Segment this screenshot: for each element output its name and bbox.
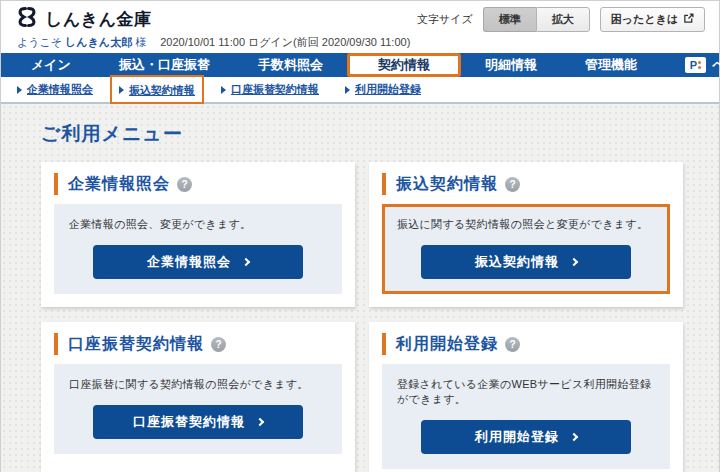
- nav-item-tesuryo-shokai[interactable]: 手数料照会: [234, 53, 347, 77]
- header-controls: 文字サイズ 標準 拡大 困ったときは: [417, 7, 705, 32]
- bank-logo-icon: [15, 6, 39, 32]
- card-title: 企業情報照会: [68, 174, 170, 195]
- global-nav: メイン 振込・口座振替 手数料照会 契約情報 明細情報 管理機能 P ペイジー: [1, 53, 719, 77]
- welcome-row: ようこそ しんきん太郎 様 2020/10/01 11:00 ログイン(前回 2…: [15, 32, 705, 53]
- nav-item-keiyaku-joho[interactable]: 契約情報: [347, 53, 461, 77]
- card-kigyo-joho-shokai: 企業情報照会 ? 企業情報の照会、変更ができます。 企業情報照会: [41, 162, 355, 307]
- arrow-right-icon: [221, 86, 226, 94]
- arrow-right-icon: [119, 86, 124, 94]
- subnav-highlight-box: 振込契約情報: [110, 75, 204, 104]
- help-icon[interactable]: ?: [177, 177, 192, 192]
- arrow-right-icon: [17, 86, 22, 94]
- card-panel: 企業情報の照会、変更ができます。 企業情報照会: [54, 204, 342, 294]
- subnav-link-kigyo-joho-shokai[interactable]: 企業情報照会: [17, 82, 93, 97]
- nav-item-furikomi-kouzafurikae[interactable]: 振込・口座振替: [95, 53, 234, 77]
- card-title: 利用開始登録: [396, 334, 498, 355]
- external-link-icon: [683, 13, 694, 26]
- subnav-link-riyo-kaishi-toroku[interactable]: 利用開始登録: [345, 82, 421, 97]
- help-icon[interactable]: ?: [505, 177, 520, 192]
- card-title-row: 企業情報照会 ?: [54, 173, 342, 195]
- nav-item-meisai-joho[interactable]: 明細情報: [461, 53, 561, 77]
- welcome-message: ようこそ しんきん太郎 様: [17, 35, 146, 50]
- help-button-label: 困ったときは: [611, 12, 678, 27]
- card-panel-highlighted: 振込に関する契約情報の照会と変更ができます。 振込契約情報: [382, 204, 670, 294]
- subnav-link-furikomi-keiyaku-joho[interactable]: 振込契約情報: [119, 83, 195, 98]
- card-description: 登録されている企業のWEBサービス利用開始登録ができます。: [397, 377, 655, 407]
- payeasy-icon: P: [685, 57, 706, 73]
- kouzafurikae-keiyaku-joho-button[interactable]: 口座振替契約情報: [93, 405, 303, 439]
- card-title-row: 利用開始登録 ?: [382, 333, 670, 355]
- bank-name: しんきん金庫: [45, 8, 152, 31]
- header-top: しんきん金庫 文字サイズ 標準 拡大 困ったときは: [15, 6, 705, 32]
- card-furikomi-keiyaku-joho: 振込契約情報 ? 振込に関する契約情報の照会と変更ができます。 振込契約情報: [369, 162, 683, 307]
- nav-item-payeasy[interactable]: P ペイジー: [661, 53, 720, 77]
- card-title: 口座振替契約情報: [68, 334, 204, 355]
- sub-nav: 企業情報照会 振込契約情報 口座振替契約情報 利用開始登録: [1, 77, 719, 104]
- subnav-link-kouzafurikae-keiyaku-joho[interactable]: 口座振替契約情報: [221, 82, 319, 97]
- card-panel: 口座振替に関する契約情報の照会ができます。 口座振替契約情報: [54, 364, 342, 454]
- card-description: 企業情報の照会、変更ができます。: [69, 217, 327, 232]
- page-title: ご利用メニュー: [41, 121, 683, 147]
- welcome-prefix: ようこそ: [17, 36, 62, 48]
- help-icon[interactable]: ?: [505, 337, 520, 352]
- card-description: 口座振替に関する契約情報の照会ができます。: [69, 377, 327, 392]
- card-kouzafurikae-keiyaku-joho: 口座振替契約情報 ? 口座振替に関する契約情報の照会ができます。 口座振替契約情…: [41, 322, 355, 472]
- nav-item-kanri-kino[interactable]: 管理機能: [561, 53, 661, 77]
- font-size-standard-button[interactable]: 標準: [483, 7, 536, 32]
- nav-item-main[interactable]: メイン: [7, 53, 95, 77]
- user-name: しんきん太郎: [65, 36, 132, 48]
- furikomi-keiyaku-joho-button[interactable]: 振込契約情報: [421, 245, 631, 279]
- header: しんきん金庫 文字サイズ 標準 拡大 困ったときは: [1, 1, 719, 53]
- page: しんきん金庫 文字サイズ 標準 拡大 困ったときは: [0, 0, 720, 472]
- chevron-right-icon: [570, 258, 578, 266]
- menu-grid: 企業情報照会 ? 企業情報の照会、変更ができます。 企業情報照会 振込契約情報 …: [41, 162, 683, 472]
- chevron-right-icon: [570, 433, 578, 441]
- card-title-row: 口座振替契約情報 ?: [54, 333, 342, 355]
- user-suffix: 様: [135, 36, 146, 48]
- font-size-large-button[interactable]: 拡大: [536, 7, 590, 32]
- font-size-switch: 標準 拡大: [483, 7, 590, 32]
- font-size-label: 文字サイズ: [417, 12, 473, 27]
- riyo-kaishi-toroku-button[interactable]: 利用開始登録: [421, 420, 631, 454]
- help-button[interactable]: 困ったときは: [600, 7, 705, 32]
- brand: しんきん金庫: [15, 6, 152, 32]
- help-icon[interactable]: ?: [211, 337, 226, 352]
- card-title-row: 振込契約情報 ?: [382, 173, 670, 195]
- arrow-right-icon: [345, 86, 350, 94]
- card-riyo-kaishi-toroku: 利用開始登録 ? 登録されている企業のWEBサービス利用開始登録ができます。 利…: [369, 322, 683, 472]
- card-description: 振込に関する契約情報の照会と変更ができます。: [397, 217, 655, 232]
- card-title: 振込契約情報: [396, 174, 498, 195]
- main-content: ご利用メニュー 企業情報照会 ? 企業情報の照会、変更ができます。 企業情報照会: [1, 104, 719, 472]
- login-info: 2020/10/01 11:00 ログイン(前回 2020/09/30 11:0…: [160, 35, 410, 50]
- card-panel: 登録されている企業のWEBサービス利用開始登録ができます。 利用開始登録: [382, 364, 670, 469]
- chevron-right-icon: [256, 418, 264, 426]
- chevron-right-icon: [242, 258, 250, 266]
- kigyo-joho-shokai-button[interactable]: 企業情報照会: [93, 245, 303, 279]
